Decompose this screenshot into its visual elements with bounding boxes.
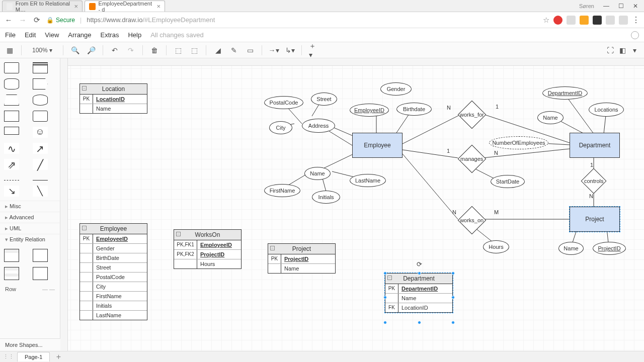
kebab-icon[interactable]: ⋮	[632, 15, 640, 25]
resize-handle[interactable]	[418, 272, 421, 275]
table-row[interactable]: Name	[268, 263, 335, 273]
delete-icon[interactable]: 🗑	[150, 46, 159, 55]
table-row[interactable]: PostalCode	[80, 272, 147, 282]
shape-tape[interactable]	[33, 95, 48, 106]
maximize-icon[interactable]: ☐	[618, 3, 624, 10]
table-row[interactable]: BirthDate	[80, 253, 147, 262]
ext-icon[interactable]	[619, 16, 628, 25]
resize-handle[interactable]	[383, 321, 387, 324]
menu-help[interactable]: Help	[128, 31, 141, 39]
attr-projectid[interactable]: ProjectID	[593, 242, 626, 255]
collapse-icon[interactable]: −	[270, 246, 275, 250]
er-table-shape[interactable]	[4, 249, 19, 262]
entity-employee[interactable]: Employee	[352, 133, 403, 158]
resize-handle[interactable]	[451, 296, 455, 299]
attr-name-proj[interactable]: Name	[558, 242, 584, 255]
shape-trapezoid[interactable]	[4, 95, 19, 106]
more-shapes[interactable]: More Shapes...	[0, 338, 60, 351]
table-employee[interactable]: −Employee PKEmployeeIDGenderBirthDateStr…	[79, 223, 147, 320]
url-text[interactable]: https://www.draw.io/#LEmployeeDepartment	[87, 16, 215, 24]
star-icon[interactable]: ☆	[543, 16, 549, 25]
format-panel-icon[interactable]: ◧	[618, 46, 627, 55]
table-row[interactable]: Name	[80, 104, 147, 113]
page-tab[interactable]: Page-1	[17, 352, 50, 361]
collapse-icon[interactable]: −	[82, 86, 87, 90]
table-row[interactable]: PKDepartmentID	[385, 284, 452, 293]
menu-edit[interactable]: Edit	[25, 31, 36, 39]
table-row[interactable]: PKProjectID	[268, 254, 335, 263]
attr-numemp[interactable]: NumberOfEmployees	[489, 136, 548, 149]
fill-icon[interactable]: ◢	[213, 46, 222, 55]
rel-works-on[interactable]: works_on	[458, 206, 487, 235]
shape-line2[interactable]	[33, 180, 48, 180]
rel-works-for[interactable]: works_for	[458, 101, 487, 129]
attr-startdate[interactable]: StartDate	[491, 175, 525, 188]
attr-initials[interactable]: Initials	[312, 191, 340, 204]
shape-cylinder[interactable]	[4, 78, 19, 89]
table-row[interactable]: FirstName	[80, 291, 147, 301]
to-front-icon[interactable]: ⬚	[174, 46, 183, 55]
rel-controls[interactable]: controls	[581, 168, 607, 194]
attr-address[interactable]: Address	[302, 119, 335, 133]
shadow-icon[interactable]: ▭	[246, 46, 255, 55]
cat-misc[interactable]: Misc	[0, 201, 60, 212]
ext-icon[interactable]	[567, 16, 576, 25]
entity-project[interactable]: Project	[570, 207, 620, 232]
er-table-shape[interactable]	[33, 249, 48, 262]
attr-street[interactable]: Street	[311, 93, 337, 106]
forward-icon[interactable]: →	[18, 16, 27, 25]
resize-handle[interactable]	[383, 272, 387, 275]
shape-line[interactable]: ╱	[33, 159, 48, 170]
table-row[interactable]: City	[80, 282, 147, 291]
attr-gender[interactable]: Gender	[380, 82, 412, 96]
table-row[interactable]: Street	[80, 262, 147, 272]
menu-view[interactable]: View	[45, 31, 59, 39]
table-row[interactable]: FKLocationID	[385, 303, 452, 312]
canvas[interactable]: Gender Birthdate EmployeeID Address Post…	[60, 58, 644, 351]
connection-icon[interactable]: →▾	[269, 46, 278, 55]
attr-departmentid[interactable]: DepartmentID	[542, 86, 588, 100]
attr-city[interactable]: City	[269, 121, 292, 134]
page-menu-icon[interactable]: ⋮⋮	[3, 353, 14, 360]
fullscreen-icon[interactable]: ⛶	[606, 46, 615, 55]
attr-name-dept[interactable]: Name	[537, 111, 564, 124]
shape-curve[interactable]: ∿	[4, 143, 19, 154]
menu-arrange[interactable]: Arrange	[68, 31, 91, 39]
attr-name-emp[interactable]: Name	[304, 167, 331, 180]
globe-icon[interactable]	[631, 31, 639, 39]
view-icon[interactable]: ▦	[5, 46, 14, 55]
attr-firstname[interactable]: FirstName	[264, 184, 300, 197]
row-label[interactable]: Row	[5, 286, 16, 292]
attr-birthdate[interactable]: Birthdate	[396, 103, 432, 116]
table-row[interactable]: Initials	[80, 301, 147, 310]
undo-icon[interactable]: ↶	[110, 46, 119, 55]
browser-tab[interactable]: From ER to Relational M… ×	[2, 1, 83, 12]
shape-actor[interactable]: ☺	[33, 127, 48, 138]
close-icon[interactable]: ×	[74, 3, 78, 10]
ext-icon[interactable]	[606, 16, 615, 25]
table-location[interactable]: −Location PKLocationIDName	[79, 83, 147, 114]
er-list-shape[interactable]	[4, 267, 19, 280]
attr-employeeid[interactable]: EmployeeID	[350, 104, 389, 117]
collapse-icon[interactable]: ▾	[630, 46, 639, 55]
shape-conn1[interactable]: ↘	[4, 186, 19, 197]
insert-icon[interactable]: ＋▾	[309, 46, 318, 55]
attr-postalcode[interactable]: PostalCode	[264, 96, 303, 109]
table-project[interactable]: −Project PKProjectIDName	[268, 243, 336, 274]
resize-handle[interactable]	[451, 321, 455, 324]
menu-extras[interactable]: Extras	[101, 31, 119, 39]
redo-icon[interactable]: ↷	[126, 46, 135, 55]
shape-dashed[interactable]	[4, 180, 19, 180]
shape-step[interactable]	[33, 78, 48, 89]
table-workson[interactable]: −WorksOn PK,FK1EmployeeIDPK,FK2ProjectID…	[174, 229, 242, 269]
attr-hours[interactable]: Hours	[483, 240, 509, 253]
table-department[interactable]: −Department PKDepartmentIDNameFKLocation…	[385, 273, 453, 313]
table-row[interactable]: PKEmployeeID	[80, 234, 147, 243]
resize-handle[interactable]	[383, 296, 387, 299]
resize-handle[interactable]	[451, 272, 455, 275]
attr-lastname[interactable]: LastName	[350, 174, 386, 187]
rotate-icon[interactable]: ⟳	[417, 260, 422, 268]
shape-arrow[interactable]: ↗	[33, 143, 48, 154]
back-icon[interactable]: ←	[4, 16, 13, 25]
zoom-select[interactable]: 100% ▾	[29, 45, 56, 55]
